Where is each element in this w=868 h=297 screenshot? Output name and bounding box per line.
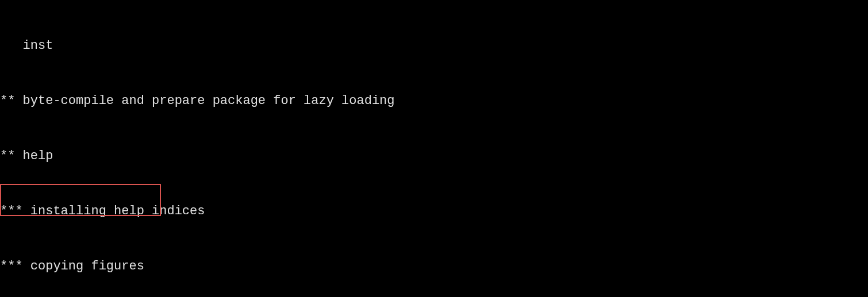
output-line: ** byte-compile and prepare package for … (0, 92, 868, 110)
output-line: *** copying figures (0, 257, 868, 276)
output-line: inst (0, 37, 868, 55)
highlight-annotation (0, 184, 161, 216)
terminal-output[interactable]: inst ** byte-compile and prepare package… (0, 0, 868, 297)
output-line: ** help (0, 147, 868, 165)
